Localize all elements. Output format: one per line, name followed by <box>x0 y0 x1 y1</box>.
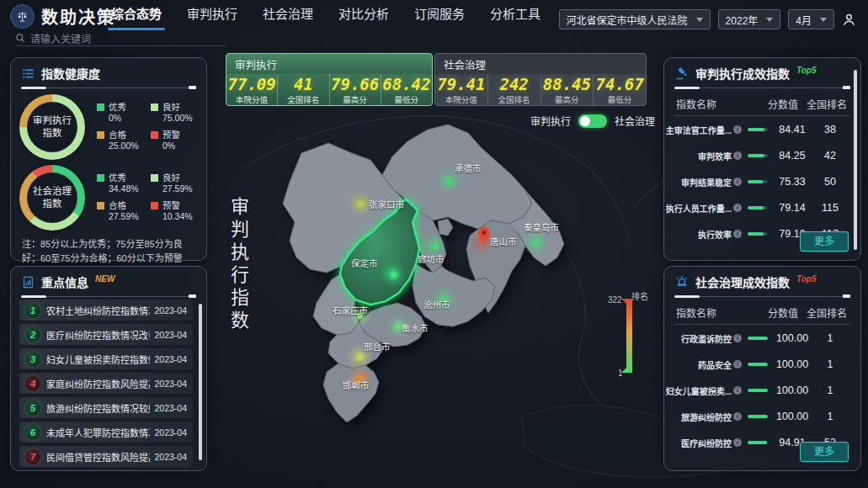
header-divider <box>21 84 196 91</box>
stat-cell-最高分: 79.66最高分 <box>330 74 381 106</box>
nav-tab-分析工具[interactable]: 分析工具 <box>490 0 541 32</box>
stat-value: 77.09 <box>226 75 277 93</box>
key-info-item[interactable]: 6未成年人犯罪防控指数情况改善提示2023-04 <box>19 422 193 443</box>
rank-row[interactable]: 审判结果稳定i75.3350 <box>664 169 860 194</box>
trial-execution-rank-panel: 审判执行成效指数 Top5 指数名称分数值全国排名 主审法官工作量...i84.… <box>663 57 861 261</box>
search-icon <box>15 33 25 43</box>
legend-item-预警: 预警10.34% <box>151 200 200 222</box>
user-icon[interactable] <box>842 13 856 27</box>
city-label: 保定市 <box>351 257 378 269</box>
score-bar-fill <box>748 128 764 131</box>
scrollbar[interactable] <box>854 70 857 250</box>
city-dot[interactable] <box>358 201 364 207</box>
info-icon[interactable]: i <box>733 151 742 160</box>
nav-tab-社会治理[interactable]: 社会治理 <box>263 0 313 32</box>
legend-item-优秀: 优秀0% <box>97 102 146 124</box>
report-icon <box>21 275 35 289</box>
chevron-down-icon <box>766 18 773 22</box>
table-header-divider <box>674 115 850 116</box>
more-button[interactable]: 更多 <box>800 231 849 252</box>
header-divider <box>21 293 196 300</box>
rank-row[interactable]: 妇女儿童被拐卖...i100.001 <box>664 378 860 403</box>
month-select[interactable]: 4月 <box>788 9 834 29</box>
score-value: 100.00 <box>773 332 812 344</box>
key-info-item[interactable]: 2医疗纠纷防控指数情况改善提示2023-04 <box>19 324 193 345</box>
score-bar-fill <box>748 180 763 183</box>
year-select[interactable]: 2022年 <box>718 9 781 29</box>
info-icon[interactable]: i <box>733 178 742 186</box>
scrollbar[interactable] <box>199 304 202 460</box>
info-icon[interactable]: i <box>733 386 742 395</box>
legend-swatch <box>97 131 104 139</box>
court-select[interactable]: 河北省保定市中级人民法院 <box>559 9 711 29</box>
legend-item-合格: 合格25.00% <box>97 130 146 151</box>
search-input[interactable]: 请输入关键词 <box>15 30 226 46</box>
city-dot[interactable] <box>391 272 397 278</box>
toggle-left-label: 审判执行 <box>530 114 571 128</box>
city-dot[interactable] <box>396 324 402 330</box>
toggle-right-label: 社会治理 <box>615 114 655 128</box>
stat-label: 全国排名 <box>488 93 541 105</box>
item-date: 2023-04 <box>154 330 187 340</box>
key-info-item[interactable]: 5旅游纠纷防控指数情况较好提示2023-04 <box>19 397 193 418</box>
key-info-item[interactable]: 3妇女儿童被拐卖防控指数情况较好提示2023-04 <box>19 348 193 369</box>
score-bar <box>748 389 768 392</box>
index-name-text: 审判结果稳定 <box>681 176 732 188</box>
city-dot[interactable] <box>533 240 539 246</box>
stat-card-title: 审判执行 <box>226 54 432 74</box>
index-name: 旅游纠纷防控i <box>676 411 742 423</box>
info-icon[interactable]: i <box>733 204 742 212</box>
city-dot[interactable] <box>446 178 452 184</box>
info-icon[interactable]: i <box>733 412 742 421</box>
item-number-badge: 1 <box>25 303 40 318</box>
index-name-text: 妇女儿童被拐卖... <box>666 385 732 397</box>
table-header: 指数名称分数值全国排名 <box>664 91 860 115</box>
map-mode-toggle[interactable] <box>578 114 607 128</box>
info-icon[interactable]: i <box>733 230 742 238</box>
info-icon[interactable]: i <box>733 125 742 134</box>
legend-text: 优秀0% <box>109 102 126 124</box>
score-value: 84.41 <box>773 124 812 135</box>
city-dot[interactable] <box>357 354 363 360</box>
col-score: 分数值 <box>761 305 805 320</box>
rank-scale-gradient-bar <box>626 299 632 373</box>
table-header: 指数名称分数值全国排名 <box>664 300 860 324</box>
legend-text: 合格25.00% <box>109 130 139 151</box>
item-number-badge: 5 <box>25 400 40 416</box>
top-bar: 数助决策 综合态势审判执行社会治理对比分析订阅服务分析工具 河北省保定市中级人民… <box>0 0 868 32</box>
city-label: 石家庄市 <box>333 304 368 316</box>
city-label: 衡水市 <box>402 321 429 334</box>
rank-row[interactable]: 行政滥诉防控i100.001 <box>664 326 860 351</box>
national-rank: 1 <box>812 385 849 396</box>
city-dot[interactable] <box>432 243 438 249</box>
stat-label: 最高分 <box>330 93 381 105</box>
score-bar-fill <box>748 206 764 210</box>
grading-note: 注：85分以上为优秀；75分至85分为良好；60至75分为合格；60分以下为预警 <box>11 232 206 266</box>
rank-row[interactable]: 审判效率i84.2542 <box>664 143 860 168</box>
info-icon[interactable]: i <box>733 334 742 342</box>
score-bar <box>748 154 768 157</box>
more-button[interactable]: 更多 <box>800 442 849 462</box>
nav-tab-订阅服务[interactable]: 订阅服务 <box>414 0 465 32</box>
map-vertical-title: 审判执行指数 <box>224 197 251 333</box>
legend-item-优秀: 优秀34.48% <box>97 172 146 194</box>
top5-badge: Top5 <box>796 274 817 284</box>
score-bar <box>748 363 768 366</box>
key-info-item[interactable]: 4家庭纠纷防控指数风险提高预警2023-04 <box>19 373 193 394</box>
legend-text: 良好75.00% <box>162 102 193 124</box>
stat-label: 最高分 <box>541 93 594 105</box>
rank-row[interactable]: 主审法官工作量...i84.4138 <box>664 117 860 142</box>
info-icon[interactable]: i <box>733 360 742 369</box>
key-info-item[interactable]: 7民间借贷管控指数风险提高预警2023-04 <box>19 446 193 467</box>
stat-value: 79.66 <box>330 75 381 93</box>
nav-tab-综合态势[interactable]: 综合态势 <box>111 0 162 32</box>
rank-row[interactable]: 执行人员工作量...i79.14115 <box>664 195 860 220</box>
info-icon[interactable]: i <box>733 438 742 447</box>
index-name: 主审法官工作量...i <box>676 124 742 136</box>
key-info-item[interactable]: 1农村土地纠纷防控指数情况改善提示2023-04 <box>19 300 193 321</box>
index-name-text: 执行人员工作量... <box>666 202 732 215</box>
rank-row[interactable]: 旅游纠纷防控i100.001 <box>664 404 860 429</box>
nav-tab-审判执行[interactable]: 审判执行 <box>187 0 237 32</box>
rank-row[interactable]: 药品安全i100.001 <box>664 352 860 377</box>
nav-tab-对比分析[interactable]: 对比分析 <box>338 0 389 32</box>
